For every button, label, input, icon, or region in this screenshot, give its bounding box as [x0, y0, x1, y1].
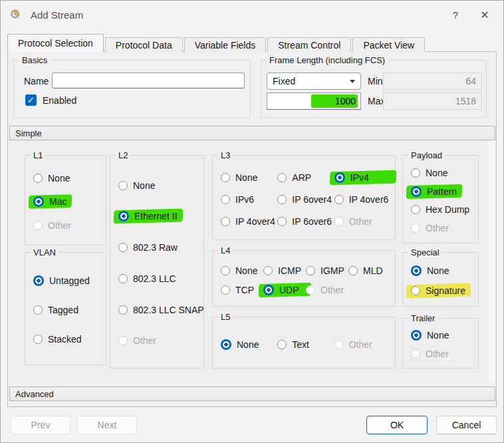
title-bar: ⚙ ✎ Add Stream ? ✕ [1, 1, 504, 29]
radio-special-signature[interactable]: Signature [411, 285, 465, 296]
vertical-scrollbar[interactable] [487, 141, 495, 383]
window-title: Add Stream [31, 9, 83, 21]
radio-l5-none[interactable]: None [221, 339, 277, 350]
close-icon[interactable]: ✕ [470, 3, 499, 26]
radio-icon [33, 305, 43, 315]
radio-l4-icmp[interactable]: ICMP [263, 265, 306, 276]
radio-payload-hex-dump[interactable]: Hex Dump [411, 204, 469, 215]
l3-legend: L3 [218, 150, 233, 160]
l1-legend: L1 [31, 150, 45, 160]
radio-l3-ipv4[interactable]: IPv4 [334, 172, 391, 183]
frame-length-input[interactable]: 1000 [267, 92, 361, 110]
radio-label: 802.3 LLC [133, 273, 176, 284]
simple-protocols-area: L1 NoneMacOther VLAN UntaggedTaggedStack… [9, 140, 495, 384]
radio-l2-802-3-llc-snap[interactable]: 802.3 LLC SNAP [118, 305, 204, 315]
radio-l3-arp[interactable]: ARP [277, 172, 334, 183]
l4-options: NoneICMPIGMPMLDTCPUDPOther [213, 251, 395, 306]
radio-label: ICMP [278, 265, 301, 276]
tab-protocol-data[interactable]: Protocol Data [105, 37, 183, 52]
radio-label: Other [48, 220, 71, 231]
radio-icon [411, 349, 420, 359]
radio-label: Text [292, 339, 309, 350]
radio-label: None [237, 339, 259, 350]
advanced-label: Advanced [15, 389, 54, 399]
radio-icon [277, 173, 287, 182]
prev-button[interactable]: Prev [11, 416, 70, 434]
radio-payload-none[interactable]: None [411, 168, 447, 178]
radio-l4-mld[interactable]: MLD [348, 265, 391, 276]
frame-length-value: 1000 [311, 94, 358, 108]
radio-l3-ip-4over6[interactable]: IP 4over6 [334, 194, 391, 205]
name-input[interactable] [52, 73, 245, 88]
radio-trailer-other: Other [411, 349, 449, 359]
enabled-label: Enabled [43, 95, 76, 106]
radio-l2-none[interactable]: None [118, 180, 155, 191]
radio-icon [221, 285, 230, 295]
radio-l2-ethernet-ii[interactable]: Ethernet II [118, 211, 178, 222]
radio-payload-pattern[interactable]: Pattern [411, 186, 457, 197]
radio-icon [221, 217, 230, 226]
radio-l3-ip-6over4[interactable]: IP 6over4 [277, 194, 334, 205]
enabled-row[interactable]: ✓ Enabled [25, 94, 76, 106]
radio-vlan-untagged[interactable]: Untagged [33, 275, 90, 286]
section-header-advanced[interactable]: Advanced [9, 386, 495, 401]
radio-label: IP 4over4 [235, 216, 275, 227]
radio-l4-none[interactable]: None [221, 265, 263, 276]
radio-l3-ip-4over4[interactable]: IP 4over4 [221, 216, 277, 227]
radio-icon [118, 211, 129, 222]
radio-label: IGMP [320, 265, 344, 276]
radio-icon [277, 340, 287, 349]
radio-icon [33, 196, 44, 207]
help-icon[interactable]: ? [441, 3, 470, 26]
radio-icon [118, 336, 128, 345]
radio-trailer-none[interactable]: None [411, 330, 449, 341]
min-label: Min [368, 76, 383, 86]
frame-length-mode-dropdown[interactable]: Fixed [267, 73, 361, 90]
radio-label: Mac [49, 196, 66, 207]
radio-l4-tcp[interactable]: TCP [221, 285, 263, 295]
radio-icon [33, 275, 44, 286]
enabled-checkbox[interactable]: ✓ [25, 94, 37, 106]
vlan-group: VLAN UntaggedTaggedStacked [25, 252, 106, 365]
tab-variable-fields[interactable]: Variable Fields [184, 37, 267, 52]
radio-vlan-tagged[interactable]: Tagged [33, 305, 78, 315]
radio-l2-802-3-llc[interactable]: 802.3 LLC [118, 273, 176, 284]
radio-l2-802-3-raw[interactable]: 802.3 Raw [118, 242, 178, 253]
tab-bar: Protocol Selection Protocol Data Variabl… [7, 35, 426, 52]
radio-label: ARP [292, 172, 311, 183]
radio-special-none[interactable]: None [411, 265, 449, 276]
tab-stream-control[interactable]: Stream Control [267, 37, 351, 52]
radio-label: Other [426, 349, 449, 359]
radio-label: 802.3 Raw [133, 242, 178, 253]
radio-icon [348, 266, 358, 275]
l5-options: NoneTextOther [213, 317, 395, 368]
radio-l4-igmp[interactable]: IGMP [306, 265, 348, 276]
tab-pane: Basics Name ✓ Enabled Frame Length (incl… [7, 51, 497, 407]
simple-label: Simple [15, 128, 42, 138]
radio-l3-none[interactable]: None [221, 172, 277, 183]
name-label: Name [24, 76, 49, 86]
radio-l1-none[interactable]: None [33, 173, 70, 184]
radio-icon [334, 340, 344, 349]
radio-payload-other: Other [411, 223, 449, 233]
radio-icon [411, 286, 420, 295]
section-header-simple[interactable]: Simple [9, 126, 495, 140]
radio-l3-ip-6over6[interactable]: IP 6over6 [277, 216, 334, 227]
radio-label: Other [426, 223, 449, 233]
l3-options: NoneARPIPv4IPv6IP 6over4IP 4over6IP 4ove… [213, 156, 395, 239]
radio-l4-udp[interactable]: UDP [263, 285, 306, 295]
radio-vlan-stacked[interactable]: Stacked [33, 334, 82, 345]
tab-protocol-selection[interactable]: Protocol Selection [7, 34, 104, 52]
ok-button[interactable]: OK [366, 416, 428, 434]
tab-packet-view[interactable]: Packet View [352, 37, 425, 52]
radio-icon [411, 223, 420, 233]
radio-label: MLD [363, 265, 383, 276]
special-group: Special NoneSignature [402, 252, 479, 307]
radio-l1-mac[interactable]: Mac [33, 196, 66, 207]
radio-label: IPv4 [350, 172, 369, 183]
cancel-button[interactable]: Cancel [436, 416, 497, 434]
radio-l5-text[interactable]: Text [277, 339, 334, 350]
radio-l3-ipv6[interactable]: IPv6 [221, 194, 277, 205]
radio-icon [306, 285, 315, 295]
next-button[interactable]: Next [77, 416, 137, 434]
